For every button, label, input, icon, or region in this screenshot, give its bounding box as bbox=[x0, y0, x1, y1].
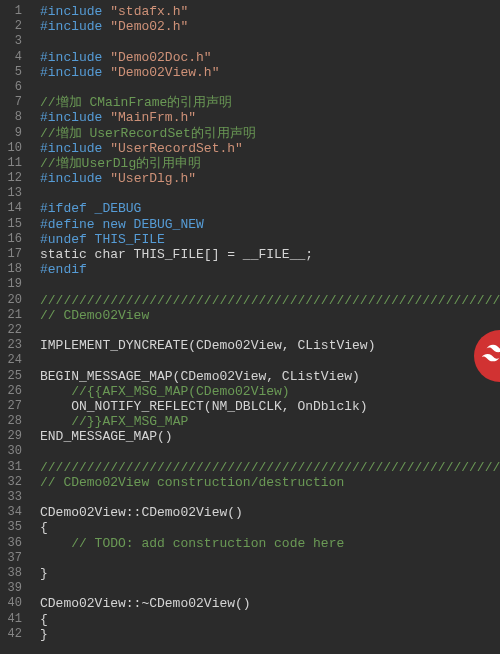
line-number: 38 bbox=[6, 566, 22, 581]
line-number: 35 bbox=[6, 520, 22, 535]
code-line[interactable] bbox=[40, 581, 500, 596]
line-number: 16 bbox=[6, 232, 22, 247]
line-number: 39 bbox=[6, 581, 22, 596]
code-line[interactable]: // TODO: add construction code here bbox=[40, 536, 500, 551]
code-line[interactable]: #include "stdafx.h" bbox=[40, 4, 500, 19]
line-number: 26 bbox=[6, 384, 22, 399]
code-line[interactable]: END_MESSAGE_MAP() bbox=[40, 429, 500, 444]
line-number: 25 bbox=[6, 369, 22, 384]
code-line[interactable]: } bbox=[40, 627, 500, 642]
code-line[interactable]: #define new DEBUG_NEW bbox=[40, 217, 500, 232]
code-line[interactable]: CDemo02View::~CDemo02View() bbox=[40, 596, 500, 611]
line-number: 23 bbox=[6, 338, 22, 353]
code-line[interactable]: ON_NOTIFY_REFLECT(NM_DBLCLK, OnDblclk) bbox=[40, 399, 500, 414]
code-editor[interactable]: 1234567891011121314151617181920212223242… bbox=[0, 0, 500, 654]
line-number: 20 bbox=[6, 293, 22, 308]
line-number: 9 bbox=[6, 126, 22, 141]
code-line[interactable]: { bbox=[40, 612, 500, 627]
code-line[interactable]: #undef THIS_FILE bbox=[40, 232, 500, 247]
line-number: 21 bbox=[6, 308, 22, 323]
line-number: 34 bbox=[6, 505, 22, 520]
line-number: 18 bbox=[6, 262, 22, 277]
line-number: 11 bbox=[6, 156, 22, 171]
code-line[interactable]: #ifdef _DEBUG bbox=[40, 201, 500, 216]
code-line[interactable]: //增加 CMainFrame的引用声明 bbox=[40, 95, 500, 110]
line-number-gutter: 1234567891011121314151617181920212223242… bbox=[0, 0, 32, 654]
line-number: 31 bbox=[6, 460, 22, 475]
line-number: 5 bbox=[6, 65, 22, 80]
code-line[interactable]: ////////////////////////////////////////… bbox=[40, 460, 500, 475]
line-number: 15 bbox=[6, 217, 22, 232]
line-number: 1 bbox=[6, 4, 22, 19]
code-line[interactable]: { bbox=[40, 520, 500, 535]
code-line[interactable] bbox=[40, 80, 500, 95]
code-line[interactable]: IMPLEMENT_DYNCREATE(CDemo02View, CListVi… bbox=[40, 338, 500, 353]
code-line[interactable] bbox=[40, 323, 500, 338]
line-number: 41 bbox=[6, 612, 22, 627]
code-line[interactable]: // CDemo02View bbox=[40, 308, 500, 323]
line-number: 17 bbox=[6, 247, 22, 262]
line-number: 14 bbox=[6, 201, 22, 216]
line-number: 3 bbox=[6, 34, 22, 49]
code-line[interactable] bbox=[40, 34, 500, 49]
code-line[interactable]: BEGIN_MESSAGE_MAP(CDemo02View, CListView… bbox=[40, 369, 500, 384]
line-number: 27 bbox=[6, 399, 22, 414]
code-line[interactable]: ////////////////////////////////////////… bbox=[40, 293, 500, 308]
line-number: 42 bbox=[6, 627, 22, 642]
line-number: 37 bbox=[6, 551, 22, 566]
code-line[interactable]: #include "MainFrm.h" bbox=[40, 110, 500, 125]
code-line[interactable] bbox=[40, 490, 500, 505]
line-number: 40 bbox=[6, 596, 22, 611]
line-number: 7 bbox=[6, 95, 22, 110]
line-number: 28 bbox=[6, 414, 22, 429]
line-number: 4 bbox=[6, 50, 22, 65]
line-number: 10 bbox=[6, 141, 22, 156]
line-number: 24 bbox=[6, 353, 22, 368]
line-number: 6 bbox=[6, 80, 22, 95]
line-number: 2 bbox=[6, 19, 22, 34]
line-number: 32 bbox=[6, 475, 22, 490]
code-line[interactable] bbox=[40, 444, 500, 459]
code-line[interactable] bbox=[40, 551, 500, 566]
line-number: 30 bbox=[6, 444, 22, 459]
code-line[interactable]: static char THIS_FILE[] = __FILE__; bbox=[40, 247, 500, 262]
code-line[interactable]: #include "UserDlg.h" bbox=[40, 171, 500, 186]
code-area[interactable]: #include "stdafx.h"#include "Demo02.h"#i… bbox=[32, 0, 500, 654]
code-line[interactable]: // CDemo02View construction/destruction bbox=[40, 475, 500, 490]
code-line[interactable]: } bbox=[40, 566, 500, 581]
line-number: 36 bbox=[6, 536, 22, 551]
line-number: 29 bbox=[6, 429, 22, 444]
line-number: 33 bbox=[6, 490, 22, 505]
code-line[interactable]: //增加UserDlg的引用申明 bbox=[40, 156, 500, 171]
code-line[interactable]: #include "Demo02Doc.h" bbox=[40, 50, 500, 65]
code-line[interactable]: #endif bbox=[40, 262, 500, 277]
code-line[interactable] bbox=[40, 186, 500, 201]
code-line[interactable] bbox=[40, 353, 500, 368]
code-line[interactable] bbox=[40, 277, 500, 292]
line-number: 22 bbox=[6, 323, 22, 338]
line-number: 13 bbox=[6, 186, 22, 201]
line-number: 12 bbox=[6, 171, 22, 186]
code-line[interactable]: #include "Demo02.h" bbox=[40, 19, 500, 34]
line-number: 8 bbox=[6, 110, 22, 125]
code-line[interactable]: //}}AFX_MSG_MAP bbox=[40, 414, 500, 429]
line-number: 19 bbox=[6, 277, 22, 292]
code-line[interactable]: #include "UserRecordSet.h" bbox=[40, 141, 500, 156]
code-line[interactable]: //增加 UserRecordSet的引用声明 bbox=[40, 126, 500, 141]
code-line[interactable]: //{{AFX_MSG_MAP(CDemo02View) bbox=[40, 384, 500, 399]
logo-icon bbox=[482, 343, 500, 369]
code-line[interactable]: CDemo02View::CDemo02View() bbox=[40, 505, 500, 520]
code-line[interactable]: #include "Demo02View.h" bbox=[40, 65, 500, 80]
